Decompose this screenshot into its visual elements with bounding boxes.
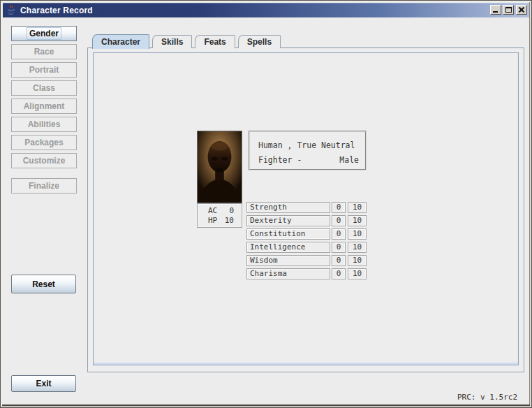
class-text: Fighter - [258, 153, 302, 168]
window-title: Character Record [20, 6, 93, 15]
ability-score: 10 [348, 202, 367, 213]
table-row: Strength 0 10 [246, 202, 367, 213]
sidebar-button-gender[interactable]: Gender [11, 26, 77, 41]
ability-modifier: 0 [332, 255, 346, 266]
ability-modifier: 0 [332, 202, 346, 213]
window-controls [489, 5, 527, 15]
ability-modifier: 0 [332, 215, 346, 226]
ac-hp-box: AC 0 HP 10 [197, 203, 242, 228]
sidebar-button-abilities[interactable]: Abilities [11, 117, 77, 132]
ability-name: Charisma [246, 268, 330, 279]
maximize-icon [505, 7, 512, 13]
tab-strip: Character Skills Feats Spells [92, 34, 283, 48]
character-portrait [197, 131, 242, 203]
table-row: Intelligence 0 10 [246, 242, 367, 253]
character-summary-box: Human , True Neutral Fighter - Male [249, 131, 367, 170]
ability-name: Constitution [246, 228, 330, 240]
ability-modifier: 0 [332, 268, 346, 279]
table-row: Constitution 0 10 [246, 228, 367, 240]
ability-name: Wisdom [246, 255, 330, 266]
race-alignment-text: Human , True Neutral [258, 138, 359, 153]
ability-modifier: 0 [332, 228, 346, 240]
maximize-button[interactable] [503, 5, 514, 15]
sidebar-button-packages[interactable]: Packages [11, 135, 77, 150]
sidebar-button-race[interactable]: Race [11, 44, 77, 59]
reset-button[interactable]: Reset [11, 275, 76, 293]
ac-value: 0 [229, 206, 234, 216]
tab-character[interactable]: Character [92, 34, 149, 49]
table-row: Wisdom 0 10 [246, 255, 367, 266]
app-window: Character Record Gender Race Portrait Cl… [0, 0, 532, 408]
ability-name: Dexterity [246, 215, 330, 226]
sidebar-button-customize[interactable]: Customize [11, 153, 77, 168]
tab-feats[interactable]: Feats [195, 35, 235, 48]
ability-score: 10 [348, 268, 367, 279]
ability-score: 10 [348, 228, 367, 240]
minimize-icon [493, 11, 498, 13]
tab-spells[interactable]: Spells [238, 35, 281, 48]
version-label: PRC: v 1.5rc2 [457, 393, 517, 402]
sidebar-button-portrait[interactable]: Portrait [11, 62, 77, 78]
table-row: Charisma 0 10 [246, 268, 367, 279]
minimize-button[interactable] [490, 5, 501, 15]
ability-modifier: 0 [332, 242, 346, 253]
ability-table: Strength 0 10 Dexterity 0 10 Constitutio… [246, 202, 367, 282]
sidebar-button-alignment[interactable]: Alignment [11, 99, 77, 114]
table-row: Dexterity 0 10 [246, 215, 367, 226]
sidebar-button-finalize[interactable]: Finalize [11, 178, 77, 194]
ability-name: Strength [246, 202, 330, 213]
gender-text: Male [339, 153, 359, 168]
ability-score: 10 [348, 215, 367, 226]
ability-name: Intelligence [246, 242, 330, 253]
close-button[interactable] [516, 5, 527, 15]
sidebar-button-class[interactable]: Class [11, 80, 77, 96]
sidebar-button-gender-label: Gender [27, 27, 61, 40]
ability-score: 10 [348, 255, 367, 266]
hp-label: HP [208, 216, 217, 226]
exit-button[interactable]: Exit [11, 375, 76, 392]
tab-skills[interactable]: Skills [152, 35, 192, 48]
titlebar[interactable]: Character Record [3, 3, 529, 17]
java-cup-icon [6, 5, 16, 15]
ac-label: AC [208, 206, 217, 216]
ability-score: 10 [348, 242, 367, 253]
close-icon [517, 6, 526, 14]
hp-value: 10 [225, 216, 234, 226]
